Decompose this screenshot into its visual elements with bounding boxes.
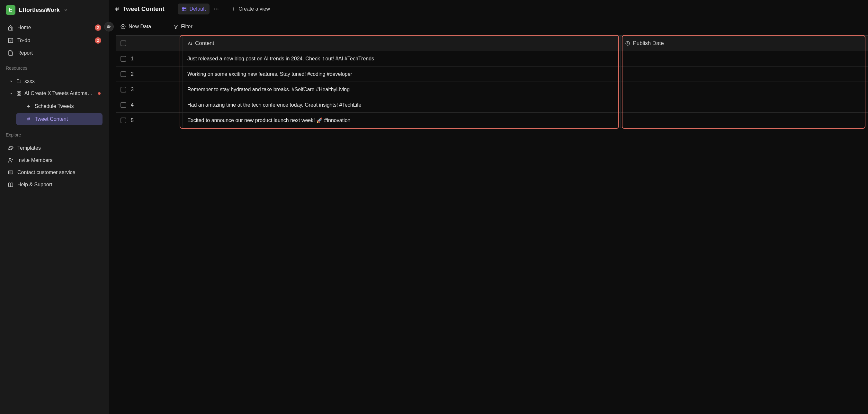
cell-content[interactable]: Excited to announce our new product laun…	[183, 113, 621, 128]
lightning-icon	[26, 104, 31, 108]
cell-publish-date[interactable]	[621, 66, 868, 82]
cell-publish-date[interactable]	[621, 97, 868, 113]
nav-home-badge: 2	[95, 24, 101, 31]
row-checkbox-cell: 2	[116, 66, 183, 82]
nav-templates-label: Templates	[18, 145, 101, 151]
cell-content[interactable]: Had an amazing time at the tech conferen…	[183, 97, 621, 113]
resources-section-title: Resources	[0, 61, 109, 73]
cell-content[interactable]: Just released a new blog post on AI tren…	[183, 51, 621, 66]
svg-point-34	[216, 8, 217, 9]
workspace-switcher[interactable]: E EffortlessWork	[0, 3, 109, 19]
nav-help[interactable]: Help & Support	[3, 179, 106, 191]
page-title: Tweet Content	[123, 5, 164, 12]
svg-marker-8	[27, 104, 31, 108]
workspace-badge: E	[6, 5, 16, 15]
row-checkbox[interactable]	[121, 71, 126, 77]
filter-button[interactable]: Filter	[169, 21, 196, 32]
row-checkbox[interactable]	[121, 56, 126, 62]
filter-label: Filter	[181, 24, 192, 30]
document-icon	[8, 50, 13, 56]
header-checkbox-cell	[116, 36, 183, 51]
row-checkbox[interactable]	[121, 118, 126, 123]
table-row[interactable]: 5Excited to announce our new product lau…	[116, 113, 868, 128]
plus-circle-icon	[120, 24, 126, 30]
expand-right-icon[interactable]	[9, 79, 13, 83]
row-index: 4	[131, 102, 134, 108]
nav-todo-label: To-do	[18, 38, 91, 43]
cell-publish-date[interactable]	[621, 113, 868, 128]
hash-icon	[26, 117, 31, 121]
column-header-publish-date[interactable]: Publish Date	[621, 36, 868, 51]
row-checkbox[interactable]	[121, 87, 126, 93]
nav-home-label: Home	[18, 25, 91, 31]
toolbar: New Data Filter	[109, 18, 868, 35]
create-view-button[interactable]: Create a view	[227, 3, 274, 14]
cell-content[interactable]: Remember to stay hydrated and take break…	[183, 82, 621, 97]
new-data-button[interactable]: New Data	[116, 21, 155, 32]
table-row[interactable]: 3Remember to stay hydrated and take brea…	[116, 82, 868, 97]
table-row[interactable]: 2Working on some exciting new features. …	[116, 66, 868, 82]
column-header-content-label: Content	[195, 40, 214, 46]
nav-contact[interactable]: Contact customer service	[3, 166, 106, 179]
tree-item-ai-tweets[interactable]: AI Create X Tweets Automa…	[3, 87, 106, 100]
table-row[interactable]: 1Just released a new blog post on AI tre…	[116, 51, 868, 66]
svg-rect-4	[17, 92, 19, 93]
row-index: 3	[131, 87, 134, 93]
select-all-checkbox[interactable]	[121, 40, 126, 46]
cell-content[interactable]: Working on some exciting new features. S…	[183, 66, 621, 82]
svg-rect-7	[19, 94, 21, 95]
nav-templates[interactable]: Templates	[3, 142, 106, 154]
tree-label: xxxx	[24, 78, 102, 84]
nav-invite[interactable]: Invite Members	[3, 154, 106, 166]
view-tab-label: Default	[189, 6, 206, 12]
chevron-down-icon	[64, 8, 68, 12]
nav-todo-badge: 2	[95, 37, 101, 44]
view-tab-default[interactable]: Default	[178, 3, 210, 14]
nav-invite-label: Invite Members	[18, 157, 101, 163]
svg-point-14	[8, 146, 13, 150]
row-checkbox-cell: 3	[116, 82, 183, 97]
nav-home[interactable]: Home 2	[3, 21, 106, 34]
clock-icon	[625, 41, 630, 46]
nav-report[interactable]: Report	[3, 47, 106, 59]
tree-child-label: Schedule Tweets	[35, 103, 74, 109]
svg-line-29	[118, 7, 119, 11]
svg-point-35	[218, 8, 219, 9]
book-icon	[8, 182, 13, 188]
svg-rect-0	[8, 38, 13, 43]
tree-item-xxxx[interactable]: xxxx	[3, 75, 106, 87]
cell-publish-date[interactable]	[621, 51, 868, 66]
svg-rect-2	[17, 80, 21, 83]
tree-child-schedule-tweets[interactable]: Schedule Tweets	[16, 100, 102, 113]
planet-icon	[8, 145, 13, 151]
svg-point-15	[9, 158, 11, 160]
expand-down-icon[interactable]	[9, 92, 13, 95]
row-checkbox[interactable]	[121, 102, 126, 108]
nav-help-label: Help & Support	[18, 182, 101, 188]
workspace-name: EffortlessWork	[19, 7, 60, 13]
explore-section-title: Explore	[0, 128, 109, 140]
tree-child-tweet-content[interactable]: Tweet Content	[16, 113, 102, 125]
grid-view-icon	[182, 6, 187, 11]
collapse-sidebar-button[interactable]	[104, 22, 114, 31]
row-checkbox-cell: 5	[116, 113, 183, 128]
text-type-icon	[187, 41, 192, 46]
plus-icon	[231, 6, 236, 11]
svg-point-33	[214, 8, 215, 9]
table-row[interactable]: 4Had an amazing time at the tech confere…	[116, 97, 868, 113]
svg-line-12	[29, 118, 29, 121]
view-more-icon[interactable]	[212, 5, 220, 13]
svg-marker-3	[10, 93, 12, 94]
column-header-content[interactable]: Content	[183, 36, 621, 51]
row-checkbox-cell: 4	[116, 97, 183, 113]
svg-line-11	[28, 118, 28, 121]
svg-rect-6	[17, 94, 19, 95]
grid-icon	[16, 91, 22, 96]
svg-marker-41	[174, 25, 178, 29]
tree-label: AI Create X Tweets Automa…	[24, 91, 95, 96]
toolbar-divider	[162, 23, 162, 31]
sidebar: E EffortlessWork Home 2 To-do 2	[0, 0, 109, 414]
nav-todo[interactable]: To-do 2	[3, 34, 106, 47]
chat-icon	[8, 169, 13, 176]
cell-publish-date[interactable]	[621, 82, 868, 97]
